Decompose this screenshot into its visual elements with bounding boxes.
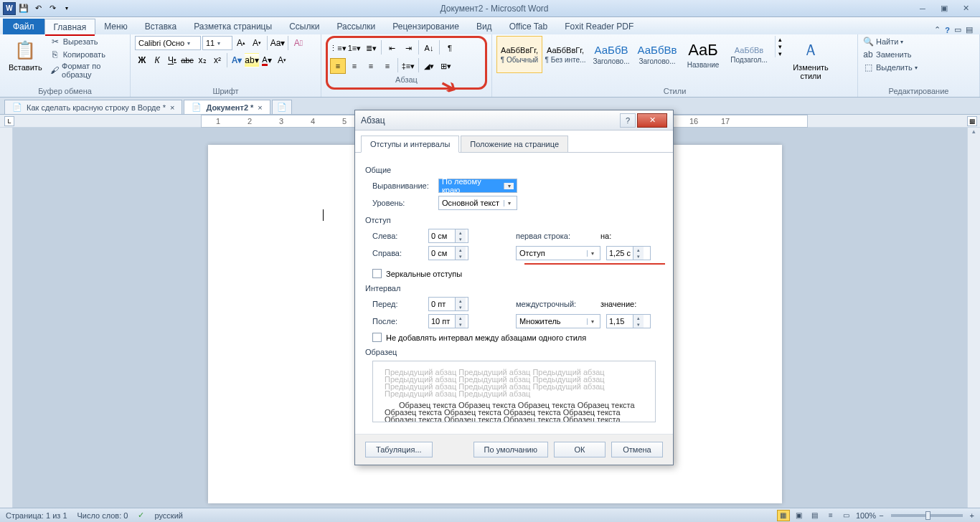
superscript-button[interactable]: x² xyxy=(210,53,225,67)
tabs-button[interactable]: Табуляция... xyxy=(365,442,433,457)
font-name-combo[interactable]: Calibri (Осно▾ xyxy=(135,36,201,50)
zoom-slider[interactable] xyxy=(891,514,963,517)
change-styles-button[interactable]: Ａ Изменить стили xyxy=(785,36,837,83)
style-item[interactable]: АаБНазвание xyxy=(680,36,726,73)
by-spinner[interactable]: ▴▾ xyxy=(606,246,651,260)
help-icon[interactable]: ? xyxy=(945,26,950,34)
undo-icon[interactable]: ↶ xyxy=(32,2,44,15)
styles-scroll-down-icon[interactable]: ▾ xyxy=(778,43,782,50)
char-shading-icon[interactable]: A▾ xyxy=(275,53,289,67)
tab-office[interactable]: Office Tab xyxy=(501,19,557,34)
indent-right-spinner[interactable]: ▴▾ xyxy=(428,246,468,260)
find-button[interactable]: 🔍Найти▾ xyxy=(862,36,918,47)
tab-insert[interactable]: Вставка xyxy=(136,19,186,34)
tab-view[interactable]: Вид xyxy=(468,19,501,34)
replace-button[interactable]: abЗаменить xyxy=(862,49,918,60)
spell-check-icon[interactable]: ✓ xyxy=(138,511,144,520)
cut-button[interactable]: ✂Вырезать xyxy=(50,36,126,47)
ruler-toggle-icon[interactable]: ▩ xyxy=(967,116,977,126)
view-full-screen-icon[interactable]: ▣ xyxy=(793,510,806,521)
doc-tab-1[interactable]: 📄Документ2 *× xyxy=(184,100,270,114)
window2-icon[interactable]: ▤ xyxy=(966,25,973,34)
align-center-icon[interactable]: ≡ xyxy=(347,58,362,74)
shrink-font-icon[interactable]: A▾ xyxy=(250,36,264,50)
no-space-checkbox[interactable]: Не добавлять интервал между абзацами одн… xyxy=(372,333,663,342)
redo-icon[interactable]: ↷ xyxy=(46,2,59,15)
indent-left-input[interactable] xyxy=(429,232,455,240)
show-marks-icon[interactable]: ¶ xyxy=(442,40,458,56)
minimize-button[interactable]: ─ xyxy=(913,2,933,15)
copy-button[interactable]: ⎘Копировать xyxy=(50,49,126,60)
spacing-before-input[interactable] xyxy=(429,300,455,308)
dialog-tab-indents[interactable]: Отступы и интервалы xyxy=(361,136,459,153)
tab-home[interactable]: Главная xyxy=(44,19,96,34)
window-icon[interactable]: ▭ xyxy=(954,25,961,34)
view-draft-icon[interactable]: ▭ xyxy=(840,510,853,521)
change-case-icon[interactable]: Aa▾ xyxy=(270,36,285,50)
shading-icon[interactable]: ◢▾ xyxy=(421,58,437,74)
multilevel-icon[interactable]: ≣▾ xyxy=(363,40,379,56)
view-print-layout-icon[interactable]: ▦ xyxy=(777,510,790,521)
style-item[interactable]: АаБбВвГг,¶ Без инте... xyxy=(542,36,588,73)
view-web-icon[interactable]: ▤ xyxy=(809,510,821,521)
view-outline-icon[interactable]: ≡ xyxy=(824,510,837,521)
underline-button[interactable]: Ч▾ xyxy=(165,53,179,67)
close-tab-icon[interactable]: × xyxy=(170,103,174,112)
first-line-select[interactable]: Отступ▾ xyxy=(516,246,600,260)
justify-icon[interactable]: ≡ xyxy=(380,58,395,74)
restore-button[interactable]: ▣ xyxy=(934,2,954,15)
dialog-titlebar[interactable]: Абзац ? ✕ xyxy=(355,110,673,130)
style-item[interactable]: АаБбВвПодзагол... xyxy=(726,36,772,73)
default-button[interactable]: По умолчанию xyxy=(473,442,548,457)
subscript-button[interactable]: x₂ xyxy=(195,53,209,67)
spacing-after-spinner[interactable]: ▴▾ xyxy=(428,314,468,328)
italic-button[interactable]: К xyxy=(150,53,164,67)
tab-mailings[interactable]: Рассылки xyxy=(328,19,384,34)
borders-icon[interactable]: ⊞▾ xyxy=(438,58,453,74)
tab-review[interactable]: Рецензирование xyxy=(384,19,468,34)
at-input[interactable] xyxy=(607,317,633,326)
file-tab[interactable]: Файл xyxy=(3,19,44,34)
level-select[interactable]: Основной текст▾ xyxy=(438,196,517,210)
bullets-icon[interactable]: ⋮≡▾ xyxy=(330,40,346,56)
styles-scroll-up-icon[interactable]: ▴ xyxy=(778,36,782,43)
zoom-out-button[interactable]: − xyxy=(879,511,883,520)
spacing-before-spinner[interactable]: ▴▾ xyxy=(428,297,468,311)
increase-indent-icon[interactable]: ⇥ xyxy=(400,40,416,56)
paste-button[interactable]: 📋 Вставить xyxy=(4,36,47,75)
cancel-button[interactable]: Отмена xyxy=(611,442,663,457)
format-painter-button[interactable]: 🖌Формат по образцу xyxy=(50,62,126,79)
numbering-icon[interactable]: 1≡▾ xyxy=(347,40,362,56)
close-tab-icon[interactable]: × xyxy=(258,103,262,112)
vertical-scrollbar[interactable]: ▴ xyxy=(967,128,980,508)
style-item[interactable]: АаБбВЗаголово... xyxy=(588,36,634,73)
line-spacing-select[interactable]: Множитель▾ xyxy=(516,314,600,328)
tab-layout[interactable]: Разметка страницы xyxy=(185,19,281,34)
doc-tab-0[interactable]: 📄Как сделать красную строку в Ворде *× xyxy=(4,100,182,114)
save-icon[interactable]: 💾 xyxy=(17,2,30,15)
bold-button[interactable]: Ж xyxy=(135,53,149,67)
dialog-tab-position[interactable]: Положение на странице xyxy=(461,136,568,153)
alignment-select[interactable]: По левому краю▾ xyxy=(438,179,517,193)
font-size-combo[interactable]: 11▾ xyxy=(202,36,232,50)
dialog-close-button[interactable]: ✕ xyxy=(637,113,667,128)
spacing-after-input[interactable] xyxy=(429,317,455,326)
at-spinner[interactable]: ▴▾ xyxy=(606,314,651,328)
zoom-value[interactable]: 100% xyxy=(856,511,876,520)
align-right-icon[interactable]: ≡ xyxy=(363,58,379,74)
decrease-indent-icon[interactable]: ⇤ xyxy=(384,40,400,56)
text-effects-icon[interactable]: A▾ xyxy=(230,53,244,67)
close-button[interactable]: ✕ xyxy=(956,2,976,15)
clear-format-icon[interactable]: Aͯ xyxy=(291,36,306,50)
status-language[interactable]: русский xyxy=(154,511,182,520)
styles-expand-icon[interactable]: ▾ xyxy=(778,50,782,57)
select-button[interactable]: ⬚Выделить▾ xyxy=(862,62,918,73)
style-item[interactable]: АаБбВвЗаголово... xyxy=(634,36,680,73)
style-item[interactable]: АаБбВвГг,¶ Обычный xyxy=(496,36,542,73)
font-color-icon[interactable]: A▾ xyxy=(260,53,274,67)
ribbon-minimize-icon[interactable]: ⌃ xyxy=(934,25,941,34)
qat-dropdown-icon[interactable]: ▾ xyxy=(60,2,73,15)
indent-right-input[interactable] xyxy=(429,249,455,257)
by-input[interactable] xyxy=(607,249,633,257)
status-words[interactable]: Число слов: 0 xyxy=(77,511,128,520)
